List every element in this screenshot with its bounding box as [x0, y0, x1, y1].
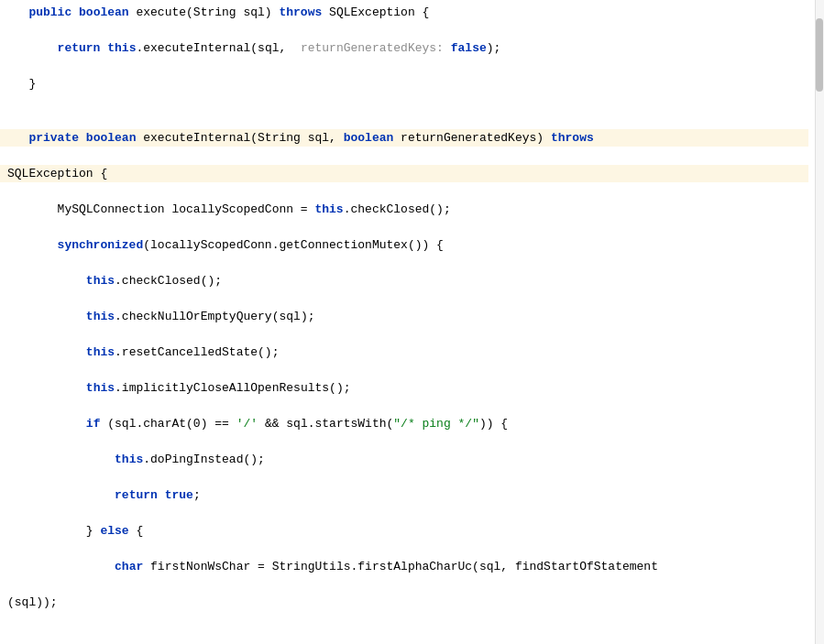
code-line-6: SQLException {	[0, 165, 808, 182]
code-line-13: if (sql.charAt(0) == '/' && sql.startsWi…	[0, 415, 808, 432]
code-line-11: this.resetCancelledState();	[0, 344, 808, 361]
scrollbar-thumb[interactable]	[816, 18, 823, 92]
code-line-8: synchronized(locallyScopedConn.getConnec…	[0, 236, 808, 254]
code-line-1: public boolean execute(String sql) throw…	[0, 4, 808, 21]
code-line-9: this.checkClosed();	[0, 272, 808, 289]
code-line-3: }	[0, 75, 808, 93]
code-line-17: char firstNonWsChar = StringUtils.firstA…	[0, 558, 808, 575]
code-line-2: return this.executeInternal(sql, returnG…	[0, 39, 808, 57]
code-line-14: this.doPingInstead();	[0, 451, 808, 468]
code-line-16: } else {	[0, 522, 808, 540]
code-line-7: MySQLConnection locallyScopedConn = this…	[0, 201, 808, 218]
code-line-5: private boolean executeInternal(String s…	[0, 129, 808, 147]
vertical-scrollbar[interactable]	[815, 0, 824, 644]
code-content: public boolean execute(String sql) throw…	[0, 0, 808, 644]
code-editor: public boolean execute(String sql) throw…	[0, 0, 824, 644]
code-line-18: (sql));	[0, 594, 808, 611]
code-line-12: this.implicitlyCloseAllOpenResults();	[0, 379, 808, 397]
code-line-15: return true;	[0, 486, 808, 504]
code-line-10: this.checkNullOrEmptyQuery(sql);	[0, 308, 808, 325]
